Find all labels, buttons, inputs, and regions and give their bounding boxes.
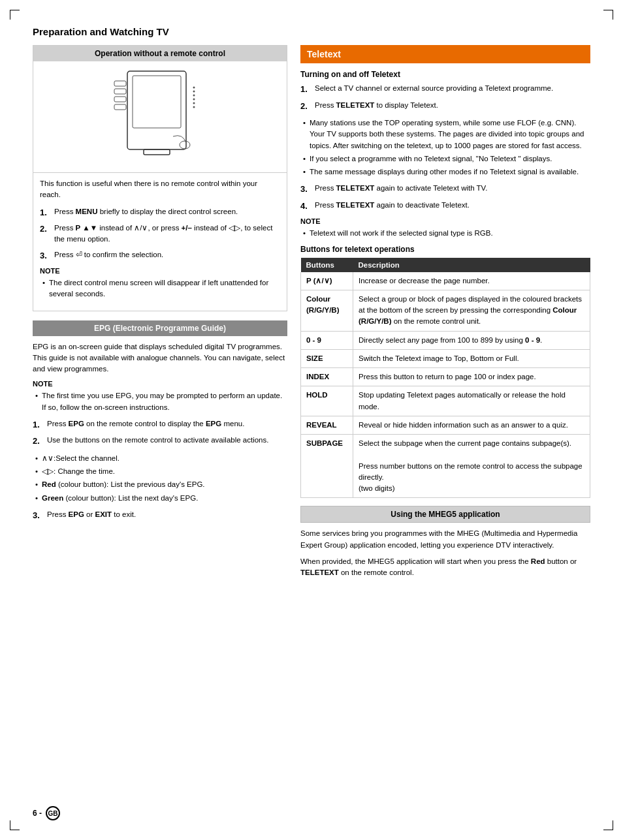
- teletext-bullet-2: If you select a programme with no Telete…: [300, 153, 590, 164]
- teletext-note-bullets: Teletext will not work if the selected s…: [300, 228, 590, 239]
- teletext-note-title: NOTE: [300, 217, 590, 225]
- corner-mark-tr: [603, 10, 613, 20]
- epg-bullets: ∧∨:Select the channel. ◁▷: Change the ti…: [33, 453, 287, 504]
- svg-point-13: [180, 141, 190, 149]
- operation-steps-list: 1. Press MENU briefly to display the dir…: [40, 206, 280, 262]
- page-footer: 6 - GB: [33, 806, 60, 820]
- corner-mark-bl: [10, 820, 20, 830]
- teletext-table: Buttons Description P (∧/∨) Increase or …: [300, 258, 590, 499]
- operation-intro: This function is useful when there is no…: [40, 178, 280, 201]
- teletext-step-4: 4. Press TELETEXT again to deactivate Te…: [300, 200, 590, 213]
- svg-rect-1: [133, 76, 181, 128]
- table-header-description: Description: [353, 258, 590, 272]
- epg-note: NOTE The first time you use EPG, you may…: [33, 380, 287, 413]
- table-cell-desc: Press this button to return to page 100 …: [353, 368, 590, 386]
- teletext-step-1: 1. Select a TV channel or external sourc…: [300, 83, 590, 96]
- footer-gb-badge: GB: [46, 806, 60, 820]
- mheg-para2: When provided, the MHEG5 application wil…: [300, 556, 590, 579]
- operation-note-bullets: The direct control menu screen will disa…: [40, 277, 280, 300]
- svg-point-7: [193, 91, 195, 93]
- svg-rect-0: [127, 71, 186, 149]
- svg-point-10: [193, 102, 195, 104]
- epg-intro: EPG is an on-screen guide that displays …: [33, 341, 287, 375]
- epg-bullet-2: ◁▷: Change the time.: [33, 466, 287, 477]
- table-header-buttons: Buttons: [301, 258, 353, 272]
- epg-step3-list: 3. Press EPG or EXIT to exit.: [33, 509, 287, 522]
- operation-note-bullet-1: The direct control menu screen will disa…: [40, 277, 280, 300]
- operation-step-1: 1. Press MENU briefly to display the dir…: [40, 206, 280, 219]
- corner-mark-br: [603, 820, 613, 830]
- teletext-step-2: 2. Press TELETEXT to display Teletext.: [300, 100, 590, 113]
- operation-section: Operation without a remote control: [33, 45, 287, 311]
- page: Preparation and Watching TV Operation wi…: [0, 0, 623, 840]
- table-row: INDEX Press this button to return to pag…: [301, 368, 590, 386]
- table-cell-desc: Reveal or hide hidden information such a…: [353, 416, 590, 434]
- svg-point-6: [193, 87, 195, 89]
- table-cell-button: SUBPAGE: [301, 435, 353, 498]
- table-cell-desc: Select a group or block of pages display…: [353, 290, 590, 331]
- teletext-on-off-title: Turning on and off Teletext: [300, 70, 590, 79]
- epg-note-title: NOTE: [33, 380, 287, 388]
- svg-point-11: [193, 106, 195, 108]
- epg-step-3: 3. Press EPG or EXIT to exit.: [33, 509, 287, 522]
- table-cell-button: INDEX: [301, 368, 353, 386]
- teletext-bullets: Many stations use the TOP operating syst…: [300, 117, 590, 178]
- teletext-note: NOTE Teletext will not work if the selec…: [300, 217, 590, 239]
- epg-steps-list: 1. Press EPG on the remote control to di…: [33, 418, 287, 448]
- table-cell-desc: Increase or decrease the page number.: [353, 272, 590, 290]
- teletext-note-bullet-1: Teletext will not work if the selected s…: [300, 228, 590, 239]
- operation-step-3: 3. Press ⏎ to confirm the selection.: [40, 249, 280, 262]
- epg-step-2: 2. Use the buttons on the remote control…: [33, 435, 287, 448]
- table-cell-button: REVEAL: [301, 416, 353, 434]
- two-column-layout: Operation without a remote control: [33, 45, 590, 583]
- epg-note-bullets: The first time you use EPG, you may be p…: [33, 390, 287, 413]
- svg-rect-3: [114, 89, 126, 94]
- teletext-bullet-1: Many stations use the TOP operating syst…: [300, 117, 590, 151]
- teletext-buttons-title: Buttons for teletext operations: [300, 245, 590, 254]
- teletext-steps-list-2: 3. Press TELETEXT again to activate Tele…: [300, 183, 590, 212]
- table-cell-button: Colour(R/G/Y/B): [301, 290, 353, 331]
- footer-page-num: 6 -: [33, 809, 42, 818]
- table-row: Colour(R/G/Y/B) Select a group or block …: [301, 290, 590, 331]
- epg-section: EPG (Electronic Programme Guide) EPG is …: [33, 320, 287, 522]
- table-cell-button: 0 - 9: [301, 331, 353, 349]
- svg-rect-2: [114, 81, 126, 86]
- table-row: 0 - 9 Directly select any page from 100 …: [301, 331, 590, 349]
- page-title: Preparation and Watching TV: [33, 26, 590, 37]
- epg-bullet-3: Red (colour button): List the previous d…: [33, 479, 287, 490]
- operation-section-body: This function is useful when there is no…: [33, 173, 287, 311]
- epg-note-bullet-1: The first time you use EPG, you may be p…: [33, 390, 287, 413]
- operation-section-header: Operation without a remote control: [33, 46, 287, 61]
- table-row: P (∧/∨) Increase or decrease the page nu…: [301, 272, 590, 290]
- operation-note: NOTE The direct control menu screen will…: [40, 267, 280, 300]
- corner-mark-tl: [10, 10, 20, 20]
- teletext-section-header: Teletext: [300, 45, 590, 63]
- svg-rect-12: [144, 149, 170, 155]
- table-row: REVEAL Reveal or hide hidden information…: [301, 416, 590, 434]
- svg-rect-5: [114, 104, 126, 110]
- mheg-section-header: Using the MHEG5 application: [300, 506, 590, 523]
- teletext-bullet-3: The same message displays during other m…: [300, 166, 590, 178]
- svg-point-8: [193, 95, 195, 97]
- table-cell-desc: Directly select any page from 100 to 899…: [353, 331, 590, 349]
- tv-diagram: [33, 61, 287, 173]
- mheg-para1: Some services bring you programmes with …: [300, 528, 590, 551]
- table-row: SIZE Switch the Teletext image to Top, B…: [301, 349, 590, 367]
- table-cell-button: P (∧/∨): [301, 272, 353, 290]
- table-row: SUBPAGE Select the subpage when the curr…: [301, 435, 590, 498]
- table-cell-desc: Select the subpage when the current page…: [353, 435, 590, 498]
- svg-point-9: [193, 99, 195, 101]
- table-cell-desc: Switch the Teletext image to Top, Bottom…: [353, 349, 590, 367]
- tv-svg: [108, 68, 212, 166]
- table-cell-button: SIZE: [301, 349, 353, 367]
- epg-bullet-1: ∧∨:Select the channel.: [33, 453, 287, 464]
- epg-step-1: 1. Press EPG on the remote control to di…: [33, 418, 287, 431]
- table-cell-button: HOLD: [301, 386, 353, 416]
- table-cell-desc: Stop updating Teletext pages automatical…: [353, 386, 590, 416]
- epg-bullet-4: Green (colour button): List the next day…: [33, 493, 287, 504]
- operation-note-title: NOTE: [40, 267, 280, 275]
- teletext-steps-list: 1. Select a TV channel or external sourc…: [300, 83, 590, 112]
- epg-section-header: EPG (Electronic Programme Guide): [33, 320, 287, 336]
- operation-step-2: 2. Press P ▲▼ instead of ∧/∨, or press +…: [40, 223, 280, 245]
- table-row: HOLD Stop updating Teletext pages automa…: [301, 386, 590, 416]
